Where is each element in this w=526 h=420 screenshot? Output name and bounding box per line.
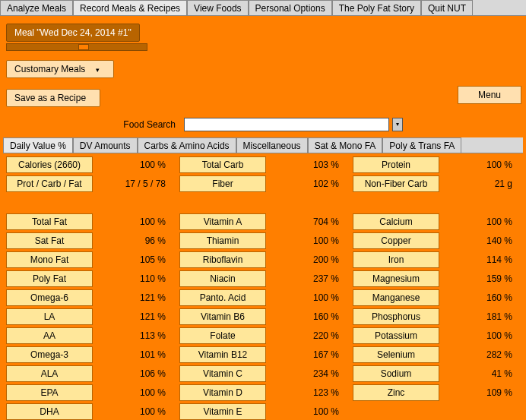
nutrient-label: Protein <box>353 156 439 173</box>
progress-thumb[interactable] <box>78 44 89 50</box>
customary-meals-button[interactable]: Customary Meals ▾ <box>6 60 114 78</box>
nutrient-label: Mono Fat <box>6 251 93 268</box>
sub-tab-poly-trans-fa[interactable]: Poly & Trans FA <box>382 137 461 153</box>
sub-tab-carbs-amino-acids[interactable]: Carbs & Amino Acids <box>138 137 236 153</box>
nutrient-value: 100 % <box>93 385 173 400</box>
nutrient-label: Niacin <box>179 270 266 287</box>
nutrient-value: 123 % <box>266 385 347 400</box>
nutrient-value: 106 % <box>93 366 173 381</box>
nutrient-label: Zinc <box>353 384 439 401</box>
nutrient-label: Omega-6 <box>6 289 93 306</box>
nutrient-label: Potassium <box>353 327 439 344</box>
search-dropdown-icon[interactable]: ▾ <box>392 118 403 131</box>
nutrient-value: 159 % <box>439 271 520 286</box>
nutrient-value: 21 g <box>439 176 520 191</box>
nutrient-label: Vitamin D <box>179 384 266 401</box>
nutrient-value: 96 % <box>93 233 173 248</box>
nutrient-label: Phosphorus <box>353 308 439 325</box>
meal-progress[interactable] <box>6 43 147 51</box>
nutrient-row: LA121 %Vitamin B6160 %Phosphorus181 % <box>3 307 523 326</box>
nutrient-label: LA <box>6 308 93 325</box>
nutrient-value: 160 % <box>439 290 520 305</box>
top-tab-record-meals-recipes[interactable]: Record Meals & Recipes <box>73 0 187 15</box>
sub-tab-miscellaneous[interactable]: Miscellaneous <box>236 137 308 153</box>
food-search-label: Food Search <box>123 119 176 130</box>
nutrient-label: Vitamin B6 <box>179 308 266 325</box>
nutrient-label: ALA <box>6 365 93 382</box>
nutrient-label: Panto. Acid <box>179 289 266 306</box>
nutrient-value: 100 % <box>266 404 347 419</box>
nutrient-row: DHA100 %Vitamin E100 % <box>3 402 523 420</box>
nutrient-row: EPA100 %Vitamin D123 %Zinc109 % <box>3 383 523 402</box>
top-tab-personal-options[interactable]: Personal Options <box>249 0 332 15</box>
food-search-input[interactable] <box>184 118 389 131</box>
nutrient-row: ALA106 %Vitamin C234 %Sodium41 % <box>3 364 523 383</box>
nutrient-grid: Calories (2660)100 %Total Carb103 %Prote… <box>3 153 523 420</box>
nutrient-label: Vitamin A <box>179 213 266 230</box>
top-tab-view-foods[interactable]: View Foods <box>187 0 248 15</box>
nutrient-value: 100 % <box>439 157 520 172</box>
nutrient-value: 167 % <box>266 347 347 362</box>
nutrient-value: 100 % <box>93 404 173 419</box>
nutrient-label: EPA <box>6 384 93 401</box>
nutrient-label: Folate <box>179 327 266 344</box>
nutrient-label: Calories (2660) <box>6 156 93 173</box>
nutrient-label: Vitamin B12 <box>179 346 266 363</box>
nutrient-label: Fiber <box>179 175 266 192</box>
nutrient-value: 105 % <box>93 252 173 267</box>
nutrient-value: 101 % <box>93 347 173 362</box>
nutrient-value: 102 % <box>266 176 347 191</box>
nutrient-value: 109 % <box>439 385 520 400</box>
nutrient-label: Calcium <box>353 213 439 230</box>
top-tab-quit-nut[interactable]: Quit NUT <box>421 0 473 15</box>
nutrient-value: 121 % <box>93 290 173 305</box>
sub-tab-sat-mono-fa[interactable]: Sat & Mono FA <box>308 137 383 153</box>
nutrient-label: Omega-3 <box>6 346 93 363</box>
nutrient-value: 100 % <box>93 214 173 229</box>
save-as-recipe-button[interactable]: Save as a Recipe <box>6 89 100 107</box>
nutrient-label: Thiamin <box>179 232 266 249</box>
food-search-row: Food Search ▾ <box>3 118 523 131</box>
nutrient-label: Vitamin C <box>179 365 266 382</box>
nutrient-row: AA113 %Folate220 %Potassium100 % <box>3 326 523 345</box>
nutrient-label: Total Carb <box>179 156 266 173</box>
nutrient-label: Manganese <box>353 289 439 306</box>
chevron-down-icon: ▾ <box>96 66 100 74</box>
top-tab-bar: Analyze MealsRecord Meals & RecipesView … <box>0 0 526 16</box>
nutrient-label: Iron <box>353 251 439 268</box>
nutrient-row: Omega-6121 %Panto. Acid100 %Manganese160… <box>3 288 523 307</box>
customary-meals-label: Customary Meals <box>14 64 85 74</box>
sub-tab-bar: Daily Value %DV AmountsCarbs & Amino Aci… <box>3 137 523 153</box>
nutrient-value: 41 % <box>439 366 520 381</box>
nutrient-label: Magnesium <box>353 270 439 287</box>
nutrient-row: Sat Fat96 %Thiamin100 %Copper140 % <box>3 231 523 250</box>
nutrient-row: Total Fat100 %Vitamin A704 %Calcium100 % <box>3 212 523 231</box>
nutrient-row: Mono Fat105 %Riboflavin200 %Iron114 % <box>3 250 523 269</box>
nutrient-value: 237 % <box>266 271 347 286</box>
nutrient-value: 234 % <box>266 366 347 381</box>
nutrient-value: 103 % <box>266 157 347 172</box>
sub-tab-dv-amounts[interactable]: DV Amounts <box>73 137 138 153</box>
nutrient-label: DHA <box>6 403 93 420</box>
nutrient-value: 100 % <box>266 233 347 248</box>
top-tab-analyze-meals[interactable]: Analyze Meals <box>0 0 73 15</box>
nutrient-label: Selenium <box>353 346 439 363</box>
nutrient-value: 100 % <box>439 214 520 229</box>
nutrient-row: Prot / Carb / Fat17 / 5 / 78Fiber102 %No… <box>3 174 523 193</box>
nutrient-label: Copper <box>353 232 439 249</box>
nutrient-label: Sat Fat <box>6 232 93 249</box>
nutrient-value: 100 % <box>439 328 520 343</box>
top-tab-the-poly-fat-story[interactable]: The Poly Fat Story <box>332 0 421 15</box>
nutrient-label: Vitamin E <box>179 403 266 420</box>
nutrient-label: Sodium <box>353 365 439 382</box>
nutrient-label: Prot / Carb / Fat <box>6 175 93 192</box>
nutrient-value: 181 % <box>439 309 520 324</box>
meal-title: Meal "Wed Dec 24, 2014 #1" <box>6 24 140 42</box>
nutrient-value <box>439 409 520 414</box>
nutrient-value: 114 % <box>439 252 520 267</box>
menu-button[interactable]: Menu <box>458 86 521 104</box>
nutrient-row: Calories (2660)100 %Total Carb103 %Prote… <box>3 155 523 174</box>
sub-tab-daily-value-[interactable]: Daily Value % <box>3 137 73 153</box>
nutrient-value: 110 % <box>93 271 173 286</box>
nutrient-label: Total Fat <box>6 213 93 230</box>
